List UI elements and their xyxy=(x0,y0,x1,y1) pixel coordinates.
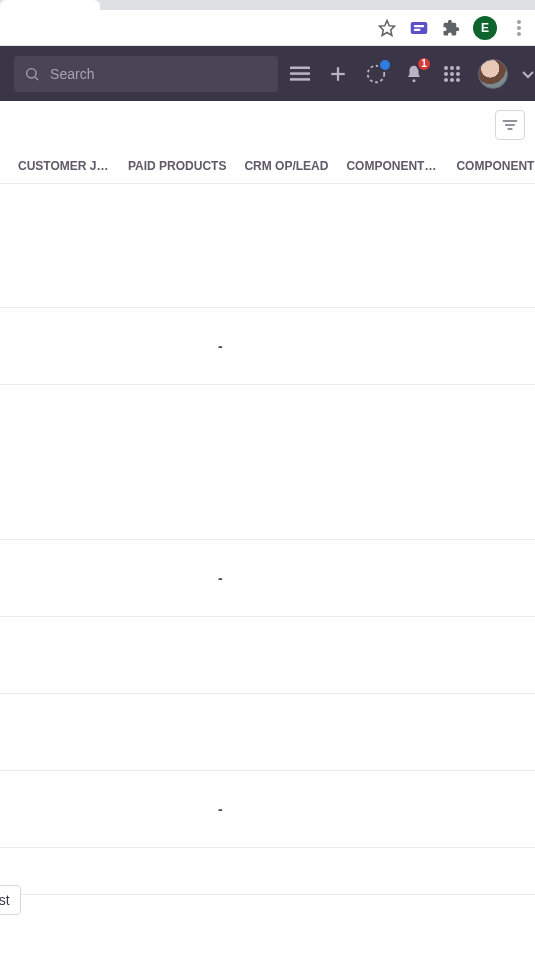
svg-point-5 xyxy=(517,26,521,30)
browser-tab-active[interactable] xyxy=(0,0,100,10)
add-icon[interactable] xyxy=(326,62,350,86)
footer-button-label: ast xyxy=(0,892,10,908)
search-input[interactable] xyxy=(50,66,268,82)
column-header-row: CUSTOMER JO… PAID PRODUCTS CRM OP/LEAD C… xyxy=(0,149,535,184)
notifications-count-badge: 1 xyxy=(416,56,432,72)
cell-value: - xyxy=(0,570,535,586)
svg-rect-3 xyxy=(414,28,421,30)
svg-point-24 xyxy=(456,78,460,82)
table-row[interactable]: - xyxy=(0,771,535,848)
chat-unread-indicator xyxy=(378,58,392,72)
footer-button[interactable]: ast xyxy=(0,885,21,915)
search-icon xyxy=(24,65,40,83)
svg-point-19 xyxy=(444,72,448,76)
user-menu-chevron-icon[interactable] xyxy=(522,65,534,83)
table-row[interactable] xyxy=(0,231,535,308)
table-row[interactable] xyxy=(0,694,535,771)
svg-point-15 xyxy=(413,79,416,82)
search-box[interactable] xyxy=(14,56,278,92)
table-row[interactable] xyxy=(0,432,535,540)
bookmark-star-icon[interactable] xyxy=(377,18,397,38)
browser-toolbar: E xyxy=(0,10,535,46)
svg-rect-11 xyxy=(290,78,310,81)
svg-point-7 xyxy=(27,68,36,77)
cell-value: - xyxy=(0,801,535,817)
table-row[interactable] xyxy=(0,617,535,694)
table-row[interactable]: - xyxy=(0,308,535,385)
column-header[interactable]: COMPONENTS. xyxy=(456,159,535,173)
column-header[interactable]: PAID PRODUCTS xyxy=(128,159,226,173)
user-avatar[interactable] xyxy=(478,59,508,89)
chat-icon[interactable] xyxy=(364,62,388,86)
svg-line-8 xyxy=(35,77,38,80)
list-view-icon[interactable] xyxy=(288,62,312,86)
browser-menu-icon[interactable] xyxy=(509,18,529,38)
table-row[interactable] xyxy=(0,184,535,231)
filter-icon xyxy=(502,119,518,131)
column-header[interactable]: CRM OP/LEAD xyxy=(244,159,328,173)
svg-point-18 xyxy=(456,66,460,70)
browser-tab-strip xyxy=(0,0,535,10)
svg-rect-10 xyxy=(290,72,310,75)
svg-rect-9 xyxy=(290,66,310,69)
svg-point-20 xyxy=(450,72,454,76)
svg-point-4 xyxy=(517,20,521,24)
svg-point-22 xyxy=(444,78,448,82)
svg-marker-0 xyxy=(380,20,395,35)
notifications-bell-icon[interactable]: 1 xyxy=(402,62,426,86)
column-header[interactable]: COMPONENTS… xyxy=(346,159,438,173)
extensions-puzzle-icon[interactable] xyxy=(441,18,461,38)
table-row[interactable]: - xyxy=(0,540,535,617)
data-grid: - - - xyxy=(0,184,535,895)
svg-rect-1 xyxy=(411,22,428,34)
apps-grid-icon[interactable] xyxy=(440,62,464,86)
svg-point-23 xyxy=(450,78,454,82)
browser-profile-avatar[interactable]: E xyxy=(473,16,497,40)
extension-badge-icon[interactable] xyxy=(409,18,429,38)
sub-toolbar xyxy=(0,101,535,149)
svg-point-16 xyxy=(444,66,448,70)
svg-point-17 xyxy=(450,66,454,70)
svg-point-21 xyxy=(456,72,460,76)
column-header[interactable]: CUSTOMER JO… xyxy=(18,159,110,173)
filter-button[interactable] xyxy=(495,110,525,140)
header-icon-group: 1 xyxy=(288,59,534,89)
app-header: 1 xyxy=(0,46,535,101)
svg-point-6 xyxy=(517,32,521,36)
cell-value: - xyxy=(0,338,535,354)
table-row[interactable] xyxy=(0,848,535,895)
table-row[interactable] xyxy=(0,385,535,432)
svg-rect-2 xyxy=(414,25,425,27)
